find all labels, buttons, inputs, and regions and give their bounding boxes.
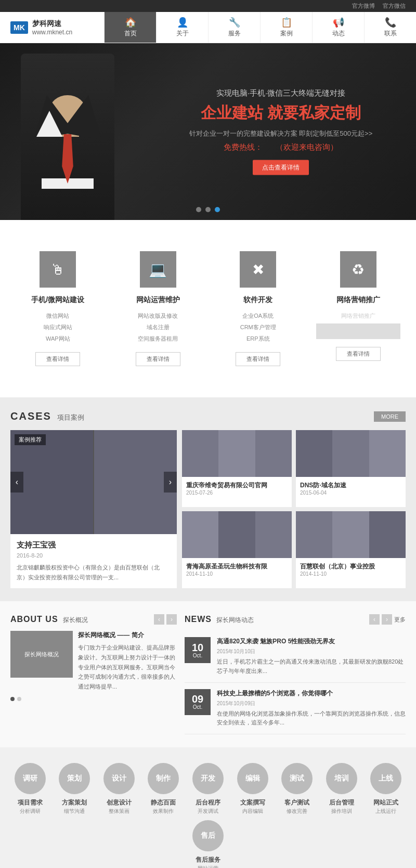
hero-phone: 免费热线： （欢迎来电咨询） [156, 142, 406, 152]
news-desc-0: 近日，手机芯片霸主之一的高通又传来激动消息，其最新研发的旗舰820处芯子与年年度… [217, 657, 406, 676]
service-maintain-links: 网站改版及修改域名注册空间服务器租用 [116, 310, 201, 344]
service-software-btn[interactable]: 查看详情 [236, 352, 280, 366]
news-desc-1: 在使用的网络化浏览器加象操作系统，一个靠网页的浏览器操作系统，信息安全到依去，追… [217, 709, 406, 728]
cases-header: CASES 项目案例 MORE [10, 410, 406, 422]
cases-featured-date: 2016-8-20 [17, 552, 171, 559]
cases-featured: 案例推荐 ‹ › 支持王宝强 2016-8-20 北京锦麒麟股权投资中心（有限合… [10, 430, 177, 588]
service-marketing: ♻ 网络营销推广 网络营销推广 查看详情 [311, 241, 406, 377]
service-maintain-btn[interactable]: 查看详情 [136, 352, 180, 366]
logo: MK 梦科网速 www.mknet.cn [0, 19, 104, 36]
news-header: NEWS 探长网络动态 ‹ › 更多 [185, 614, 406, 625]
news-item-0: 10 Oct. 高通820又来袭 魅族PRO 5性能强劲无界友 2015年10月… [185, 631, 406, 682]
process-sub-9: 网站运营 [190, 864, 226, 868]
cases-more-btn[interactable]: MORE [374, 411, 406, 422]
process-title-2: 创意设计 [101, 798, 137, 807]
service-marketing-title: 网络营销推广 [316, 295, 401, 305]
service-marketing-links: 网络营销推广 [316, 310, 401, 339]
case-card-0-title: 重庆帝维奇贸易有限公司官网 [186, 481, 288, 490]
cases-label: 案例推荐 [15, 434, 46, 445]
nav-news-label: 动态 [332, 29, 345, 38]
logo-mk: MK [10, 21, 28, 34]
official-weibo[interactable]: 官方微博 [352, 2, 375, 10]
news-content-0: 高通820又来袭 魅族PRO 5性能强劲无界友 2015年10月10日 近日，手… [217, 637, 406, 676]
about-prev-btn[interactable]: ‹ [154, 614, 164, 625]
process-step-2: 设计 创意设计 整体策画 [101, 763, 137, 815]
about-next-btn[interactable]: › [166, 614, 177, 625]
case-card-3-date: 2014-11-10 [300, 571, 401, 577]
news-day-0: 10 [192, 642, 203, 653]
home-icon: 🏠 [125, 17, 136, 28]
service-icon: 🔧 [229, 17, 240, 28]
process-circle-9: 售后 [192, 820, 224, 851]
nav-news[interactable]: 📢 动态 [312, 12, 364, 43]
cases-featured-info: 支持王宝强 2016-8-20 北京锦麒麟股权投资中心（有限合义）是由百慧联创（… [10, 534, 177, 588]
hero-subtitle: 实现电脑·手机·微信三大终端无缝对接 [156, 88, 406, 98]
nav-service-label: 服务 [228, 29, 241, 38]
service-maintain-title: 网站运营维护 [116, 295, 201, 305]
hero-cta-button[interactable]: 点击查看详情 [253, 160, 309, 175]
process-step-8: 上线 网站正式 上线运行 [368, 763, 404, 815]
hero-dots [196, 207, 220, 212]
news-section: NEWS 探长网络动态 ‹ › 更多 10 Oct. 高通820又来袭 魅族PR… [185, 614, 406, 734]
process-title-1: 方案策划 [56, 798, 93, 807]
service-software-links: 企业OA系统CRM客户管理ERP系统 [216, 310, 301, 344]
news-day-1: 09 [192, 694, 203, 704]
contact-icon: 📞 [385, 17, 396, 28]
process-section: 调研 项目需求 分析调研 策划 方案策划 细节沟通 设计 创意设计 整体策画 制… [0, 747, 416, 868]
process-title-8: 网站正式 [368, 798, 404, 807]
process-step-0: 调研 项目需求 分析调研 [12, 763, 48, 815]
logo-name: 梦科网速 [32, 19, 72, 29]
news-meta-0: 2015年10月10日 [217, 648, 406, 655]
news-date-1: 09 Oct. [185, 689, 211, 715]
slider-prev-btn[interactable]: ‹ [10, 472, 23, 493]
nav-contact[interactable]: 📞 联系 [364, 12, 416, 43]
news-meta-1: 2015年10月09日 [217, 700, 406, 707]
hero-dot-2[interactable] [205, 207, 211, 212]
slider-next-btn[interactable]: › [164, 472, 177, 493]
cases-layout: 案例推荐 ‹ › 支持王宝强 2016-8-20 北京锦麒麟股权投资中心（有限合… [10, 430, 406, 588]
process-title-9: 售后服务 [190, 856, 226, 864]
process-sub-5: 内容编辑 [235, 807, 271, 815]
process-sub-2: 整体策画 [101, 807, 137, 815]
hero-title-part2: 就要私家定制 [267, 104, 361, 121]
news-more-link[interactable]: 更多 [394, 616, 406, 624]
nav-service[interactable]: 🔧 服务 [208, 12, 260, 43]
about-header: ABOUT US 探长概况 ‹ › [10, 614, 177, 625]
nav-home[interactable]: 🏠 首页 [104, 12, 156, 43]
service-mobile-btn[interactable]: 查看详情 [35, 352, 80, 366]
case-card-1-date: 2015-06-04 [300, 490, 401, 496]
process-steps: 调研 项目需求 分析调研 策划 方案策划 细节沟通 设计 创意设计 整体策画 制… [10, 763, 406, 868]
hero-dot-1[interactable] [196, 207, 201, 212]
service-marketing-btn[interactable]: 查看详情 [336, 347, 381, 361]
news-prev-btn[interactable]: ‹ [369, 614, 380, 625]
service-maintain: 💻 网站运营维护 网站改版及修改域名注册空间服务器租用 查看详情 [111, 241, 206, 377]
news-title-cn: 探长网络动态 [216, 616, 254, 624]
news-month-0: Oct. [193, 653, 202, 658]
service-software-icon: ✖ [240, 251, 276, 288]
official-wechat[interactable]: 官方微信 [383, 2, 406, 10]
about-dot-2[interactable] [17, 697, 21, 701]
cases-grid: 重庆帝维奇贸易有限公司官网 2015-07-26 DNS防·域名加速 2015-… [182, 430, 406, 588]
about-dot-1[interactable] [10, 697, 15, 701]
about-icon: 👤 [177, 17, 188, 28]
hero-title: 企业建站 就要私家定制 [156, 102, 406, 124]
cases-title-en: CASES [10, 410, 51, 422]
process-sub-8: 上线运行 [368, 807, 404, 815]
hero-desc: 针对企业一对一的完整建设解决方案 即刻定制低至500元起>> [156, 129, 406, 138]
hero-content: 实现电脑·手机·微信三大终端无缝对接 企业建站 就要私家定制 针对企业一对一的完… [156, 88, 406, 175]
news-title-0: 高通820又来袭 魅族PRO 5性能强劲无界友 [217, 637, 406, 646]
news-month-1: Oct. [193, 704, 202, 710]
nav-cases[interactable]: 📋 案例 [260, 12, 312, 43]
nav-home-label: 首页 [124, 29, 137, 38]
news-content-1: 科技史上最撩槽的5个浏览器，你觉得哪个 2015年10月09日 在使用的网络化浏… [217, 689, 406, 728]
cases-featured-title: 支持王宝强 [17, 540, 171, 550]
hero-dot-3[interactable] [215, 207, 220, 212]
nav-about[interactable]: 👤 关于 [156, 12, 208, 43]
nav-about-label: 关于 [176, 29, 189, 38]
top-bar: 官方微博 官方微信 [0, 0, 416, 12]
news-date-0: 10 Oct. [185, 637, 211, 663]
news-next-btn[interactable]: › [382, 614, 392, 625]
about-desc: 专门致力于企业网站建设、提高品牌形象设计。为互联网上努力设计于一体的专业用户体的… [78, 643, 177, 691]
process-title-3: 静态百面 [145, 798, 181, 807]
process-circle-8: 上线 [370, 763, 401, 794]
